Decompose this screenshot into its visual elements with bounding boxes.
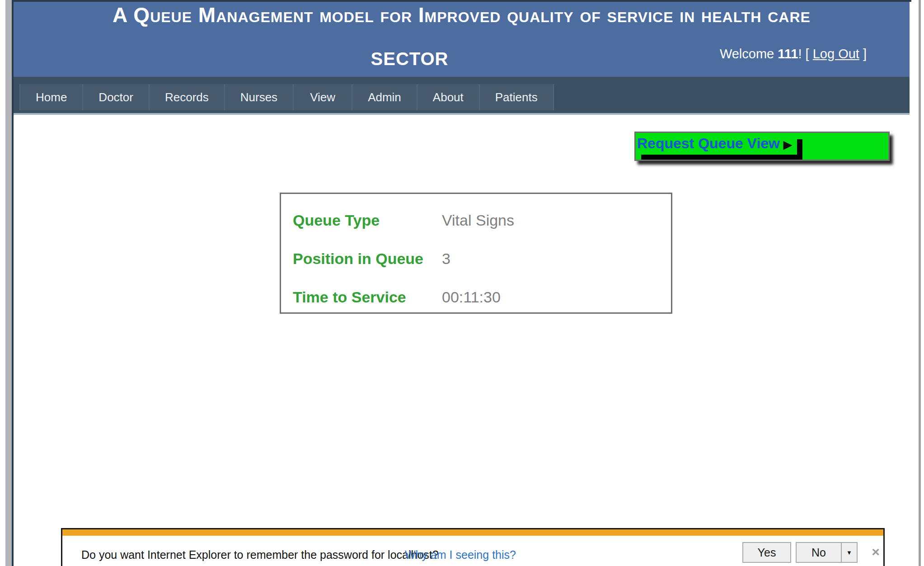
- no-dropdown-button[interactable]: ▼: [841, 543, 857, 562]
- window-edge-right: [919, 0, 921, 566]
- chevron-down-icon: ▼: [846, 549, 852, 556]
- welcome-mid: ! [: [798, 47, 812, 61]
- nav-row: Home Doctor Records Nurses View Admin Ab…: [19, 84, 554, 110]
- welcome-text: Welcome 111! [ Log Out ]: [720, 47, 867, 61]
- page-header: A Queue Management model for Improved qu…: [14, 2, 910, 77]
- position-in-queue-label: Position in Queue: [293, 250, 442, 268]
- welcome-prefix: Welcome: [720, 47, 778, 61]
- nav-item-patients[interactable]: Patients: [480, 84, 554, 110]
- time-to-service-label: Time to Service: [293, 288, 442, 306]
- request-queue-view-link[interactable]: Request Queue View▶: [636, 134, 797, 155]
- request-queue-view-label: Request Queue View: [637, 135, 780, 151]
- navbar: Home Doctor Records Nurses View Admin Ab…: [14, 77, 910, 115]
- close-button[interactable]: ×: [868, 544, 884, 560]
- notification-accent-bar: [62, 529, 883, 536]
- request-queue-view-button[interactable]: Request Queue View▶: [634, 132, 890, 161]
- yes-button[interactable]: Yes: [742, 542, 791, 563]
- nav-item-home[interactable]: Home: [19, 84, 83, 110]
- window-edge-left: [5, 0, 12, 566]
- page-content: A Queue Management model for Improved qu…: [12, 0, 911, 566]
- why-am-i-seeing-this-link[interactable]: Why am I seeing this?: [405, 548, 516, 561]
- page-title-line2-text: SECTOR: [371, 49, 449, 69]
- ie-password-notification-bar: Do you want Internet Explorer to remembe…: [61, 528, 885, 566]
- page-title: A Queue Management model for Improved qu…: [14, 3, 910, 27]
- username: 111: [778, 47, 798, 61]
- time-to-service-row: Time to Service 00:11:30: [293, 278, 671, 316]
- nav-item-doctor[interactable]: Doctor: [83, 84, 150, 110]
- queue-info-box: Queue Type Vital Signs Position in Queue…: [280, 193, 672, 314]
- notification-message: Do you want Internet Explorer to remembe…: [81, 548, 439, 561]
- logout-link[interactable]: Log Out: [813, 47, 859, 61]
- position-in-queue-row: Position in Queue 3: [293, 240, 671, 278]
- time-to-service-value: 00:11:30: [442, 288, 501, 306]
- nav-item-nurses[interactable]: Nurses: [225, 84, 294, 110]
- nav-item-records[interactable]: Records: [150, 84, 225, 110]
- welcome-suffix: ]: [859, 47, 867, 61]
- queue-type-label: Queue Type: [293, 212, 442, 229]
- position-in-queue-value: 3: [442, 250, 450, 268]
- no-button[interactable]: No: [797, 543, 841, 562]
- nav-item-about[interactable]: About: [417, 84, 480, 110]
- nav-item-admin[interactable]: Admin: [352, 84, 417, 110]
- no-button-group: No ▼: [796, 542, 858, 563]
- close-icon: ×: [872, 544, 880, 560]
- queue-type-row: Queue Type Vital Signs: [293, 201, 671, 240]
- arrow-right-icon: ▶: [783, 138, 792, 151]
- queue-type-value: Vital Signs: [442, 212, 514, 229]
- nav-item-view[interactable]: View: [294, 84, 352, 110]
